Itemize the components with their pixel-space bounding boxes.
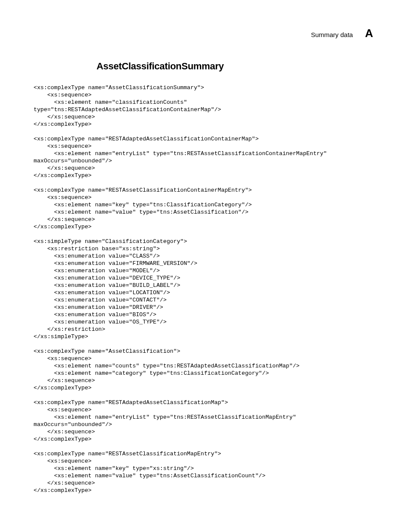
section-title: AssetClassificationSummary	[97, 61, 377, 72]
page-content: Summary data A AssetClassificationSummar…	[0, 0, 411, 494]
xsd-code-block: <xs:complexType name="AssetClassificatio…	[34, 84, 377, 494]
page-header: Summary data A	[34, 27, 377, 40]
header-label: Summary data	[311, 31, 353, 38]
header-letter: A	[365, 27, 373, 40]
